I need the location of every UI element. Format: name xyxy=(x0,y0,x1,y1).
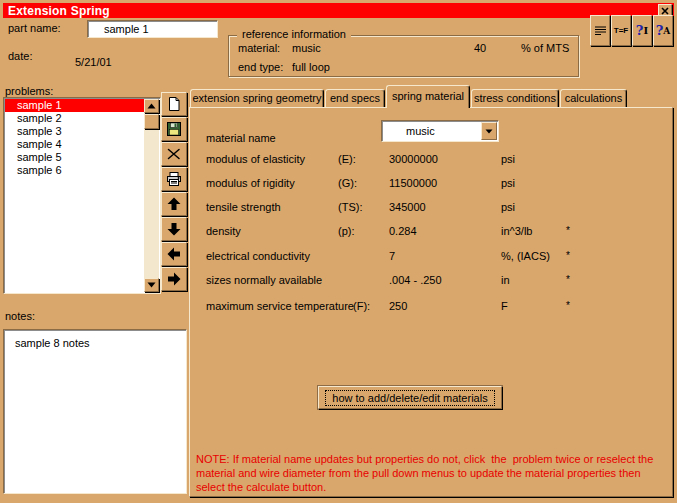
property-label: modulus of elasticity xyxy=(206,153,305,165)
close-icon xyxy=(661,7,669,15)
property-value: .004 - .250 xyxy=(389,274,442,286)
footnote-star: * xyxy=(566,250,570,261)
problems-scrollbar[interactable] xyxy=(144,99,159,292)
print-button[interactable] xyxy=(161,167,187,191)
combo-dropdown-button[interactable] xyxy=(481,122,497,140)
list-item[interactable]: sample 2 xyxy=(5,112,144,125)
material-name-label: material name xyxy=(206,132,276,144)
delete-button[interactable] xyxy=(161,142,187,166)
material-name-value: music xyxy=(406,124,435,138)
delete-x-icon xyxy=(166,146,182,162)
title-bar: Extension Spring xyxy=(3,3,674,18)
tab-end-specs[interactable]: end specs xyxy=(325,89,385,107)
save-button[interactable] xyxy=(161,117,187,141)
move-down-button[interactable] xyxy=(161,217,187,241)
reference-information-group: reference information material: music 40… xyxy=(228,35,579,77)
printer-icon xyxy=(166,171,182,187)
tab-spring-material[interactable]: spring material xyxy=(386,85,470,108)
property-value: 0.284 xyxy=(389,225,417,237)
save-floppy-icon xyxy=(166,121,182,137)
help-button-label: how to add/delete/edit materials xyxy=(325,390,494,406)
move-left-button[interactable] xyxy=(161,242,187,266)
help-info-letter: I xyxy=(643,25,648,36)
property-label: sizes normally available xyxy=(206,274,322,286)
menu-lines-button[interactable] xyxy=(590,15,610,46)
property-row: sizes normally available .004 - .250 in … xyxy=(190,274,672,287)
property-row: maximum service temperature (F): 250 F * xyxy=(190,300,672,313)
material-name-combobox[interactable]: music xyxy=(381,120,499,142)
notes-label: notes: xyxy=(5,310,35,322)
spring-material-panel: material name music modulus of elasticit… xyxy=(189,107,673,497)
reference-material-value: music xyxy=(292,42,321,54)
scroll-down-icon xyxy=(147,282,156,288)
notes-textarea[interactable]: sample 8 notes xyxy=(3,329,187,494)
property-row: electrical conductivity 7 %, (IACS) * xyxy=(190,250,672,263)
part-name-label: part name: xyxy=(8,22,61,34)
property-row: modulus of elasticity (E): 30000000 psi xyxy=(190,153,672,166)
property-value: 7 xyxy=(389,250,395,262)
list-item[interactable]: sample 3 xyxy=(5,125,144,138)
arrow-down-icon xyxy=(166,221,182,237)
t-equals-f-label: T=F xyxy=(614,26,628,35)
reference-percent-unit: % of MTS xyxy=(521,42,569,54)
menu-lines-icon xyxy=(594,24,607,37)
property-symbol: (F): xyxy=(353,300,370,312)
property-value: 30000000 xyxy=(389,153,438,165)
help-arrow-letter: A xyxy=(663,26,670,36)
scrollbar-thumb[interactable] xyxy=(144,114,159,129)
scroll-up-button[interactable] xyxy=(144,99,159,113)
property-symbol: (E): xyxy=(338,153,356,165)
t-equals-f-button[interactable]: T=F xyxy=(611,15,631,46)
property-unit: %, (IACS) xyxy=(501,250,550,262)
list-item[interactable]: sample 1 xyxy=(5,99,144,112)
scroll-up-icon xyxy=(147,103,156,109)
tab-extension-spring-geometry[interactable]: extension spring geometry xyxy=(190,89,324,107)
window-title: Extension Spring xyxy=(8,4,110,18)
part-name-input[interactable] xyxy=(87,20,218,38)
property-label: electrical conductivity xyxy=(206,250,310,262)
arrow-up-icon xyxy=(166,196,182,212)
how-to-add-delete-edit-materials-button[interactable]: how to add/delete/edit materials xyxy=(318,386,502,409)
extension-spring-window: Extension Spring part name: date: 5/21/0… xyxy=(0,0,677,503)
reference-material-label: material: xyxy=(238,42,280,54)
list-item[interactable]: sample 4 xyxy=(5,138,144,151)
property-label: density xyxy=(206,225,241,237)
problems-listbox: sample 1 sample 2 sample 3 sample 4 samp… xyxy=(3,97,161,294)
property-unit: in xyxy=(501,274,510,286)
property-symbol: (TS): xyxy=(338,201,362,213)
property-symbol: (p): xyxy=(338,225,355,237)
footnote-star: * xyxy=(566,274,570,285)
property-value: 11500000 xyxy=(389,177,437,189)
question-icon: ? xyxy=(636,23,644,38)
new-problem-button[interactable] xyxy=(161,92,187,116)
list-item[interactable]: sample 5 xyxy=(5,151,144,164)
help-info-button[interactable]: ?I xyxy=(632,15,652,46)
property-unit: psi xyxy=(501,177,515,189)
property-unit: psi xyxy=(501,201,515,213)
property-value: 250 xyxy=(389,300,407,312)
scroll-down-button[interactable] xyxy=(144,278,159,292)
footnote-star: * xyxy=(566,300,570,311)
reference-information-title: reference information xyxy=(237,28,351,40)
property-unit: in^3/lb xyxy=(501,225,532,237)
property-label: tensile strength xyxy=(206,201,281,213)
reference-end-type-value: full loop xyxy=(292,61,330,73)
problems-label: problems: xyxy=(5,85,53,97)
property-row: modulus of rigidity (G): 11500000 psi xyxy=(190,177,672,190)
property-value: 345000 xyxy=(389,201,426,213)
list-item[interactable]: sample 6 xyxy=(5,164,144,177)
property-symbol: (G): xyxy=(338,177,357,189)
help-arrow-button[interactable]: ?A xyxy=(653,15,673,46)
tab-calculations[interactable]: calculations xyxy=(560,89,627,107)
new-document-icon xyxy=(166,96,182,112)
property-label: modulus of rigidity xyxy=(206,177,295,189)
move-right-button[interactable] xyxy=(161,267,187,291)
move-up-button[interactable] xyxy=(161,192,187,216)
reference-end-type-label: end type: xyxy=(238,61,283,73)
problems-items: sample 1 sample 2 sample 3 sample 4 samp… xyxy=(5,99,144,292)
date-label: date: xyxy=(8,50,32,62)
property-label: maximum service temperature xyxy=(206,300,354,312)
property-row: density (p): 0.284 in^3/lb * xyxy=(190,225,672,238)
tab-stress-conditions[interactable]: stress conditions xyxy=(471,89,559,107)
property-unit: psi xyxy=(501,153,515,165)
